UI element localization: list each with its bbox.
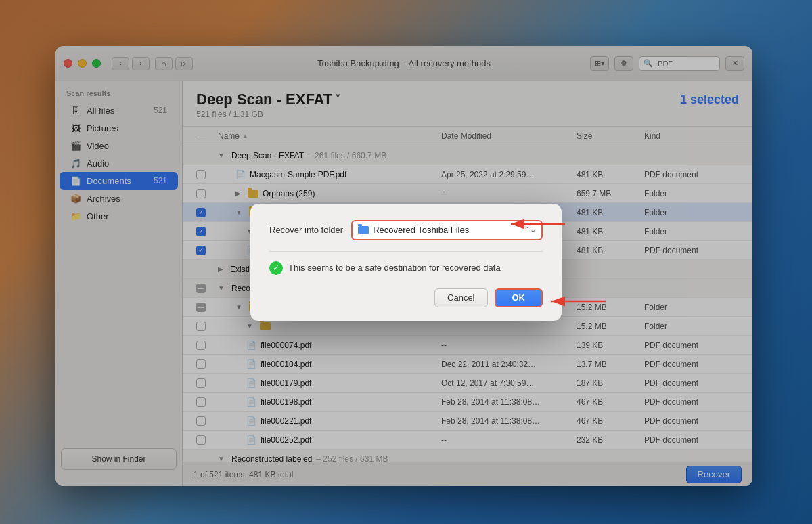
- modal-recover-label: Recover into folder: [269, 225, 343, 235]
- green-check-icon: ✓: [269, 261, 283, 275]
- modal-folder-icon: [358, 226, 369, 234]
- arrow-to-ok: [548, 291, 609, 311]
- modal-buttons: Cancel OK: [269, 288, 543, 307]
- modal-status-row: ✓ This seems to be a safe destination fo…: [269, 261, 543, 275]
- modal-ok-button[interactable]: OK: [495, 288, 543, 307]
- modal-overlay: Recover into folder Recovered Toshiba Fi…: [0, 0, 812, 524]
- modal-status-text: This seems to be a safe destination for …: [288, 263, 501, 273]
- modal-cancel-button[interactable]: Cancel: [434, 288, 487, 307]
- arrow-to-folder: [508, 214, 568, 234]
- modal-folder-row: Recover into folder Recovered Toshiba Fi…: [269, 220, 543, 240]
- modal-divider: [269, 251, 543, 252]
- modal-folder-name: Recovered Toshiba Files: [373, 225, 520, 235]
